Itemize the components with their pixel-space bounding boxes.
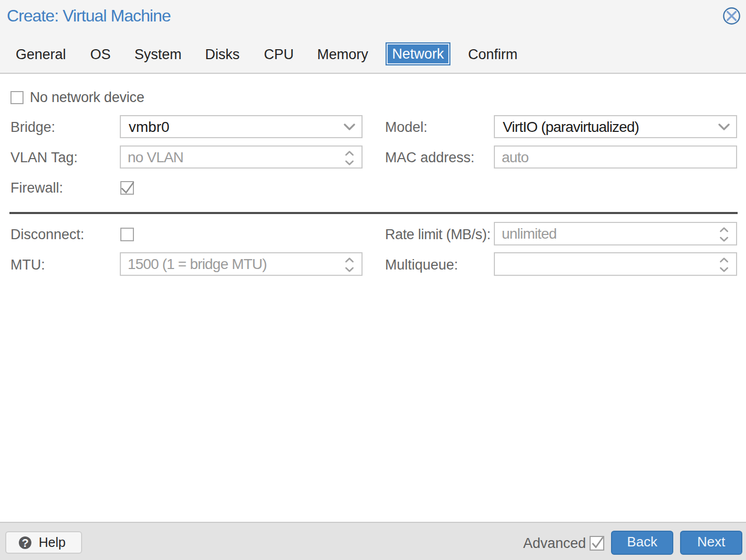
svg-text:?: ? bbox=[21, 536, 28, 549]
